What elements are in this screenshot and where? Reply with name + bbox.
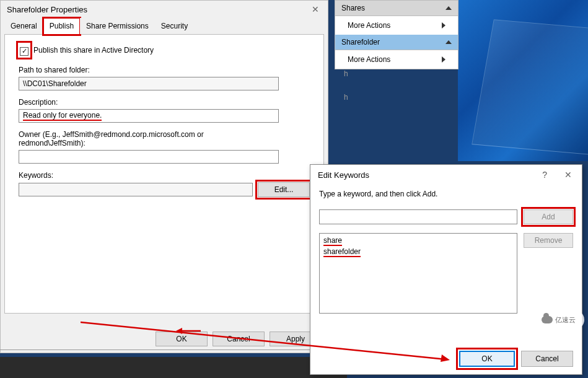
keywords-label: Keywords: [19, 171, 310, 180]
kw-title-text: Edit Keywords [318, 170, 369, 180]
collapse-icon [445, 6, 452, 10]
ok-button[interactable]: OK [156, 332, 208, 346]
tab-share-permissions[interactable]: Share Permissions [80, 18, 155, 34]
submenu-icon [442, 56, 445, 63]
window-title: Sharefolder Properties [7, 5, 87, 14]
collapse-icon [445, 40, 452, 44]
tab-general[interactable]: General [4, 18, 43, 34]
owner-label: Owner (E.g., JeffSmith@redmond.corp.micr… [19, 130, 254, 147]
watermark: 亿速云 [532, 310, 584, 330]
description-value: Read only for everyone. [23, 111, 102, 121]
kw-item[interactable]: sharefolder [323, 247, 361, 257]
actions-header-shares[interactable]: Shares [335, 1, 458, 16]
actions-header-label: Sharefolder [341, 38, 380, 46]
cancel-button[interactable]: Cancel [213, 332, 265, 346]
edit-keywords-button[interactable]: Edit... [258, 182, 310, 197]
description-label: Description: [19, 98, 310, 107]
actions-header-label: Shares [341, 4, 365, 12]
kw-titlebar: Edit Keywords ? ✕ [310, 165, 582, 185]
actions-header-sharefolder[interactable]: Sharefolder [335, 35, 458, 50]
edit-keywords-dialog: Edit Keywords ? ✕ Type a keyword, and th… [310, 164, 582, 375]
kw-cancel-button[interactable]: Cancel [521, 351, 573, 367]
path-input [19, 77, 279, 90]
tab-body-publish: ✓ Publish this share in Active Directory… [4, 35, 324, 314]
actions-more-shares[interactable]: More Actions [335, 16, 458, 35]
tab-strip: General Publish Share Permissions Securi… [4, 18, 324, 35]
tab-security[interactable]: Security [155, 18, 194, 34]
watermark-text: 亿速云 [555, 315, 576, 325]
kw-listbox[interactable]: share sharefolder [319, 233, 517, 314]
divider [0, 349, 347, 350]
submenu-icon [442, 22, 445, 29]
more-actions-label: More Actions [348, 55, 390, 64]
close-icon[interactable]: ✕ [562, 170, 574, 180]
titlebar: Sharefolder Properties ✕ [1, 1, 328, 18]
keywords-input [19, 183, 253, 196]
actions-more-sharefolder[interactable]: More Actions [335, 50, 458, 69]
taskbar [0, 357, 347, 378]
kw-item[interactable]: share [323, 236, 342, 246]
dialog-footer: OK Cancel Apply [156, 332, 322, 346]
owner-input[interactable] [19, 150, 279, 164]
properties-dialog: Sharefolder Properties ✕ General Publish… [0, 0, 328, 353]
description-input[interactable]: Read only for everyone. [19, 109, 279, 123]
close-icon[interactable]: ✕ [309, 4, 322, 14]
path-label: Path to shared folder: [19, 66, 310, 74]
help-icon[interactable]: ? [542, 170, 547, 180]
add-button[interactable]: Add [524, 209, 573, 224]
remove-button[interactable]: Remove [524, 233, 573, 248]
tab-publish[interactable]: Publish [43, 18, 80, 35]
publish-checkbox[interactable]: ✓ [20, 47, 29, 56]
background-text: h [344, 93, 348, 102]
checkbox-highlight: ✓ [19, 43, 30, 57]
mmc-actions-pane: Shares More Actions Sharefolder More Act… [335, 0, 459, 69]
publish-checkbox-label: Publish this share in Active Directory [33, 46, 154, 55]
kw-text-input[interactable] [319, 209, 517, 224]
desktop-wallpaper [458, 0, 588, 161]
kw-prompt: Type a keyword, and then click Add. [319, 190, 573, 198]
kw-ok-button[interactable]: OK [459, 351, 515, 367]
background-text: h [344, 69, 348, 78]
more-actions-label: More Actions [348, 21, 390, 30]
cloud-icon [542, 316, 553, 323]
